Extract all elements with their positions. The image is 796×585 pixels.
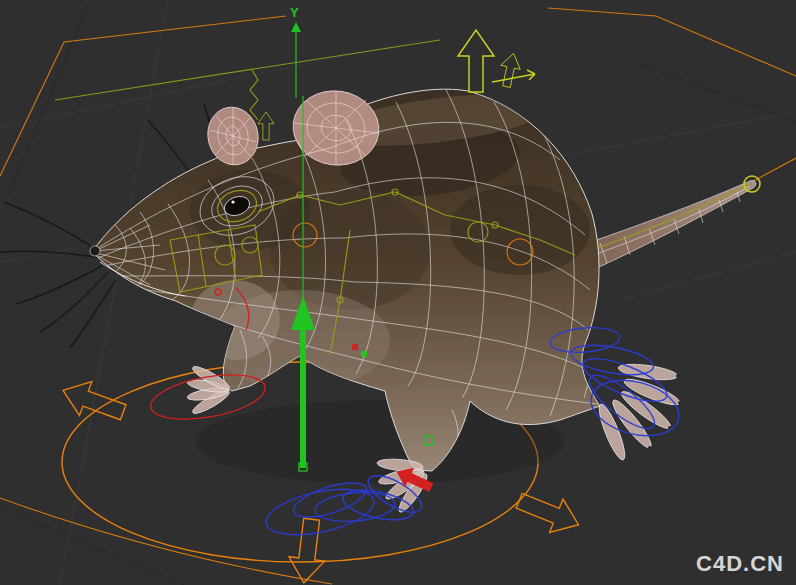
up-arrow-handle-large[interactable] <box>458 30 494 92</box>
eye-highlight <box>231 200 234 203</box>
head-bone-arrow[interactable] <box>258 112 274 140</box>
translate-arrow-handle-left[interactable] <box>57 373 129 429</box>
translate-y-shaft[interactable] <box>300 330 306 468</box>
keyframe-marker-red <box>352 344 358 350</box>
translate-arrow-handle-right[interactable] <box>512 484 585 541</box>
up-arrow-handle-small[interactable] <box>497 51 523 88</box>
keyframe-marker-green-2 <box>361 351 367 357</box>
scene-canvas: Y <box>0 0 796 585</box>
viewport-3d[interactable]: Y C4D.CN <box>0 0 796 585</box>
y-axis-label: Y <box>290 5 299 20</box>
hind-right-foot[interactable] <box>595 361 683 462</box>
nose <box>90 246 100 256</box>
tail[interactable] <box>579 176 760 272</box>
watermark: C4D.CN <box>696 551 784 577</box>
translate-arrow-handle-front[interactable] <box>286 517 330 585</box>
spring-icon <box>250 70 258 120</box>
